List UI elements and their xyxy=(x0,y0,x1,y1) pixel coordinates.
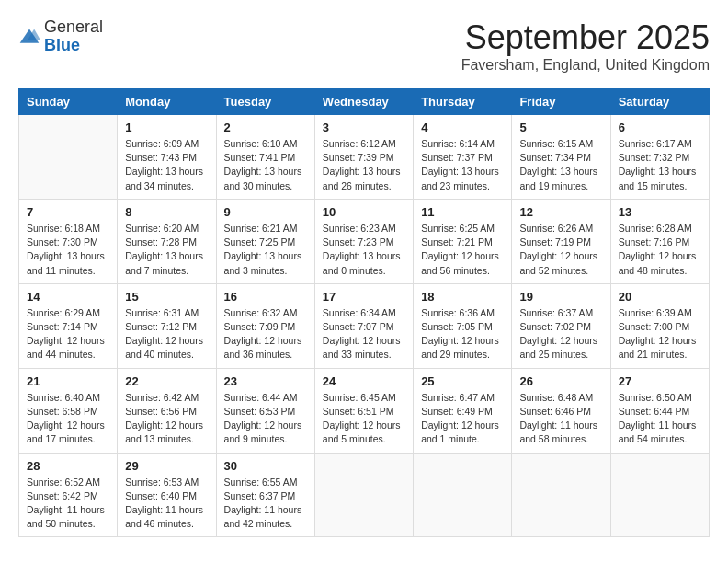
day-number: 18 xyxy=(421,290,504,304)
day-number: 16 xyxy=(224,290,307,304)
calendar-cell-w0d3: 3Sunrise: 6:12 AMSunset: 7:39 PMDaylight… xyxy=(314,115,413,200)
month-title: September 2025 xyxy=(461,18,710,57)
day-info: Sunrise: 6:21 AMSunset: 7:25 PMDaylight:… xyxy=(224,222,307,278)
day-info: Sunrise: 6:36 AMSunset: 7:05 PMDaylight:… xyxy=(421,306,504,362)
calendar-cell-w3d3: 24Sunrise: 6:45 AMSunset: 6:51 PMDayligh… xyxy=(314,368,413,453)
logo: General Blue xyxy=(18,18,103,55)
day-number: 30 xyxy=(224,459,307,473)
day-number: 29 xyxy=(125,459,208,473)
day-info: Sunrise: 6:45 AMSunset: 6:51 PMDaylight:… xyxy=(323,391,405,447)
day-info: Sunrise: 6:23 AMSunset: 7:23 PMDaylight:… xyxy=(323,222,405,278)
day-info: Sunrise: 6:25 AMSunset: 7:21 PMDaylight:… xyxy=(421,222,504,278)
calendar-week-row-0: 1Sunrise: 6:09 AMSunset: 7:43 PMDaylight… xyxy=(19,115,710,200)
day-number: 11 xyxy=(421,205,504,219)
day-number: 4 xyxy=(421,121,504,134)
day-info: Sunrise: 6:37 AMSunset: 7:02 PMDaylight:… xyxy=(519,306,602,362)
day-number: 25 xyxy=(421,374,504,388)
calendar-cell-w4d2: 30Sunrise: 6:55 AMSunset: 6:37 PMDayligh… xyxy=(216,453,314,537)
logo-general: General xyxy=(44,18,103,37)
day-number: 6 xyxy=(619,121,701,134)
day-info: Sunrise: 6:32 AMSunset: 7:09 PMDaylight:… xyxy=(224,306,307,362)
day-number: 3 xyxy=(323,121,405,134)
calendar-cell-w0d1: 1Sunrise: 6:09 AMSunset: 7:43 PMDaylight… xyxy=(118,115,216,200)
calendar-cell-w4d6 xyxy=(610,453,709,537)
day-info: Sunrise: 6:17 AMSunset: 7:32 PMDaylight:… xyxy=(619,137,701,193)
calendar-cell-w1d0: 7Sunrise: 6:18 AMSunset: 7:30 PMDaylight… xyxy=(19,199,118,283)
day-info: Sunrise: 6:15 AMSunset: 7:34 PMDaylight:… xyxy=(519,137,602,193)
header-friday: Friday xyxy=(512,89,610,115)
calendar-cell-w0d2: 2Sunrise: 6:10 AMSunset: 7:41 PMDaylight… xyxy=(216,115,314,200)
day-info: Sunrise: 6:42 AMSunset: 6:56 PMDaylight:… xyxy=(125,391,208,447)
day-info: Sunrise: 6:29 AMSunset: 7:14 PMDaylight:… xyxy=(27,306,109,362)
calendar-body: 1Sunrise: 6:09 AMSunset: 7:43 PMDaylight… xyxy=(19,115,710,537)
day-number: 1 xyxy=(125,121,208,134)
day-info: Sunrise: 6:26 AMSunset: 7:19 PMDaylight:… xyxy=(519,222,602,278)
day-number: 9 xyxy=(224,205,307,219)
day-number: 17 xyxy=(323,290,405,304)
calendar-table: Sunday Monday Tuesday Wednesday Thursday… xyxy=(18,88,710,537)
header-sunday: Sunday xyxy=(19,89,118,115)
page-header: General Blue September 2025 Faversham, E… xyxy=(18,18,710,74)
calendar-cell-w1d1: 8Sunrise: 6:20 AMSunset: 7:28 PMDaylight… xyxy=(118,199,216,283)
location: Faversham, England, United Kingdom xyxy=(461,57,710,74)
day-info: Sunrise: 6:53 AMSunset: 6:40 PMDaylight:… xyxy=(125,476,208,532)
day-number: 7 xyxy=(27,205,109,219)
day-number: 10 xyxy=(323,205,405,219)
calendar-cell-w1d5: 12Sunrise: 6:26 AMSunset: 7:19 PMDayligh… xyxy=(512,199,610,283)
calendar-cell-w4d0: 28Sunrise: 6:52 AMSunset: 6:42 PMDayligh… xyxy=(19,453,118,537)
calendar-cell-w2d1: 15Sunrise: 6:31 AMSunset: 7:12 PMDayligh… xyxy=(118,283,216,368)
calendar-week-row-2: 14Sunrise: 6:29 AMSunset: 7:14 PMDayligh… xyxy=(19,283,710,368)
logo-icon xyxy=(18,26,40,48)
calendar-cell-w4d4 xyxy=(414,453,512,537)
header-thursday: Thursday xyxy=(414,89,512,115)
calendar-week-row-1: 7Sunrise: 6:18 AMSunset: 7:30 PMDaylight… xyxy=(19,199,710,283)
calendar-cell-w4d3 xyxy=(314,453,413,537)
weekday-header-row: Sunday Monday Tuesday Wednesday Thursday… xyxy=(19,89,710,115)
day-number: 8 xyxy=(125,205,208,219)
calendar-cell-w2d3: 17Sunrise: 6:34 AMSunset: 7:07 PMDayligh… xyxy=(314,283,413,368)
calendar-cell-w3d2: 23Sunrise: 6:44 AMSunset: 6:53 PMDayligh… xyxy=(216,368,314,453)
day-number: 27 xyxy=(619,374,701,388)
calendar-cell-w0d4: 4Sunrise: 6:14 AMSunset: 7:37 PMDaylight… xyxy=(414,115,512,200)
day-info: Sunrise: 6:40 AMSunset: 6:58 PMDaylight:… xyxy=(27,391,109,447)
calendar-cell-w0d5: 5Sunrise: 6:15 AMSunset: 7:34 PMDaylight… xyxy=(512,115,610,200)
day-info: Sunrise: 6:10 AMSunset: 7:41 PMDaylight:… xyxy=(224,137,307,193)
calendar-cell-w1d3: 10Sunrise: 6:23 AMSunset: 7:23 PMDayligh… xyxy=(314,199,413,283)
day-number: 12 xyxy=(519,205,602,219)
day-number: 15 xyxy=(125,290,208,304)
day-number: 5 xyxy=(519,121,602,134)
day-info: Sunrise: 6:47 AMSunset: 6:49 PMDaylight:… xyxy=(421,391,504,447)
day-info: Sunrise: 6:14 AMSunset: 7:37 PMDaylight:… xyxy=(421,137,504,193)
calendar-cell-w4d1: 29Sunrise: 6:53 AMSunset: 6:40 PMDayligh… xyxy=(118,453,216,537)
day-info: Sunrise: 6:50 AMSunset: 6:44 PMDaylight:… xyxy=(619,391,701,447)
day-number: 19 xyxy=(519,290,602,304)
calendar-cell-w0d0 xyxy=(19,115,118,200)
calendar-cell-w3d6: 27Sunrise: 6:50 AMSunset: 6:44 PMDayligh… xyxy=(610,368,709,453)
calendar-cell-w2d6: 20Sunrise: 6:39 AMSunset: 7:00 PMDayligh… xyxy=(610,283,709,368)
calendar-cell-w2d4: 18Sunrise: 6:36 AMSunset: 7:05 PMDayligh… xyxy=(414,283,512,368)
calendar-cell-w0d6: 6Sunrise: 6:17 AMSunset: 7:32 PMDaylight… xyxy=(610,115,709,200)
day-info: Sunrise: 6:48 AMSunset: 6:46 PMDaylight:… xyxy=(519,391,602,447)
day-info: Sunrise: 6:31 AMSunset: 7:12 PMDaylight:… xyxy=(125,306,208,362)
calendar-cell-w3d5: 26Sunrise: 6:48 AMSunset: 6:46 PMDayligh… xyxy=(512,368,610,453)
day-info: Sunrise: 6:20 AMSunset: 7:28 PMDaylight:… xyxy=(125,222,208,278)
day-info: Sunrise: 6:34 AMSunset: 7:07 PMDaylight:… xyxy=(323,306,405,362)
day-info: Sunrise: 6:44 AMSunset: 6:53 PMDaylight:… xyxy=(224,391,307,447)
calendar-cell-w3d4: 25Sunrise: 6:47 AMSunset: 6:49 PMDayligh… xyxy=(414,368,512,453)
calendar-cell-w2d5: 19Sunrise: 6:37 AMSunset: 7:02 PMDayligh… xyxy=(512,283,610,368)
calendar-cell-w3d1: 22Sunrise: 6:42 AMSunset: 6:56 PMDayligh… xyxy=(118,368,216,453)
day-number: 2 xyxy=(224,121,307,134)
day-info: Sunrise: 6:55 AMSunset: 6:37 PMDaylight:… xyxy=(224,476,307,532)
calendar-cell-w3d0: 21Sunrise: 6:40 AMSunset: 6:58 PMDayligh… xyxy=(19,368,118,453)
day-number: 21 xyxy=(27,374,109,388)
header-monday: Monday xyxy=(118,89,216,115)
day-info: Sunrise: 6:12 AMSunset: 7:39 PMDaylight:… xyxy=(323,137,405,193)
day-number: 20 xyxy=(619,290,701,304)
day-info: Sunrise: 6:52 AMSunset: 6:42 PMDaylight:… xyxy=(27,476,109,532)
day-number: 24 xyxy=(323,374,405,388)
header-tuesday: Tuesday xyxy=(216,89,314,115)
day-number: 26 xyxy=(519,374,602,388)
day-number: 23 xyxy=(224,374,307,388)
day-number: 28 xyxy=(27,459,109,473)
calendar-cell-w2d2: 16Sunrise: 6:32 AMSunset: 7:09 PMDayligh… xyxy=(216,283,314,368)
